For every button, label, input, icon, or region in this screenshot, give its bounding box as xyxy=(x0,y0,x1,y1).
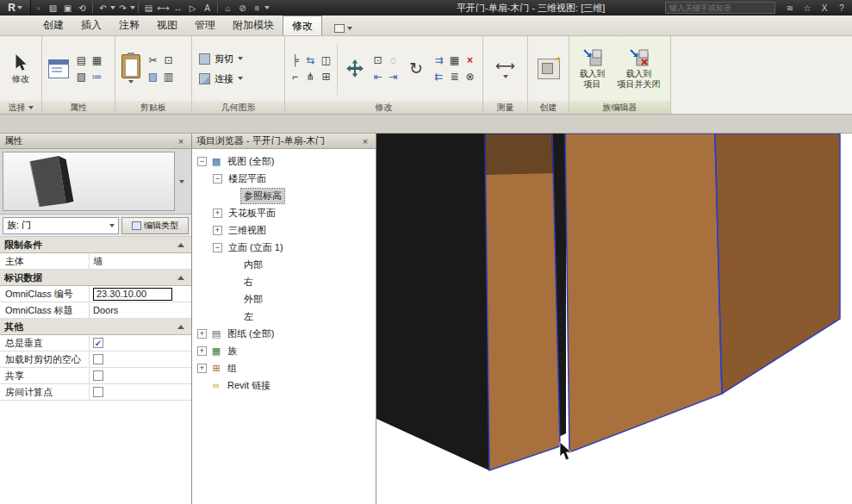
ribbon-minimize-toggle[interactable] xyxy=(334,24,352,33)
shared-checkbox[interactable] xyxy=(93,370,103,381)
close-icon[interactable]: × xyxy=(175,135,187,147)
visibility-settings-icon[interactable]: ≔ xyxy=(90,70,104,84)
default-3d-view-icon[interactable]: ⌂ xyxy=(221,1,235,15)
expander-icon[interactable]: + xyxy=(197,329,207,339)
cut-geometry-button[interactable]: 剪切 xyxy=(199,53,243,65)
exchange-apps-icon[interactable]: X xyxy=(816,1,833,15)
undo-icon[interactable]: ↶ xyxy=(96,1,110,15)
tab-manage[interactable]: 管理 xyxy=(186,16,224,35)
qat-customize-icon[interactable] xyxy=(264,6,270,9)
redo-dropdown-icon[interactable] xyxy=(130,6,135,9)
expander-icon[interactable]: + xyxy=(213,208,222,218)
family-category-icon[interactable]: ▤ xyxy=(74,53,89,68)
omniclass-number-input[interactable]: 23.30.10.00 xyxy=(93,288,172,301)
cut-with-voids-checkbox[interactable] xyxy=(93,354,103,364)
expander-icon[interactable]: + xyxy=(197,346,207,356)
mirror-icon[interactable]: ◫ xyxy=(319,53,333,68)
collapse-chevron-icon[interactable] xyxy=(177,325,184,329)
aligned-dimension-icon[interactable]: ↔ xyxy=(171,1,185,15)
model-canvas[interactable] xyxy=(376,134,852,504)
sync-icon[interactable]: ⟲ xyxy=(75,1,90,15)
redo-icon[interactable]: ↷ xyxy=(115,1,130,15)
rotate-button[interactable]: ↻ xyxy=(402,39,430,99)
trim-extend-icon[interactable]: ⌐ xyxy=(288,70,302,84)
tree-item-revit-links[interactable]: ∞ Revit 链接 xyxy=(192,376,376,394)
section-row[interactable]: 限制条件 xyxy=(0,237,191,253)
section-row[interactable]: 标识数据 xyxy=(0,270,191,286)
paste-button[interactable] xyxy=(118,39,144,99)
family-parameters-icon[interactable]: ▧ xyxy=(74,70,89,84)
favorites-icon[interactable]: ☆ xyxy=(799,1,816,15)
demolish-icon[interactable]: ⊗ xyxy=(463,70,477,84)
split-element-icon[interactable]: ⋔ xyxy=(303,70,318,84)
tree-item-families[interactable]: + ▦ 族 xyxy=(192,342,376,359)
load-into-project-button[interactable]: 载入到 项目 xyxy=(576,39,609,99)
match-type-icon[interactable]: ▨ xyxy=(146,70,160,84)
save-icon[interactable]: ▣ xyxy=(60,1,75,15)
tab-view[interactable]: 视图 xyxy=(148,16,186,35)
tree-item-left[interactable]: 左 xyxy=(192,308,376,325)
project-browser-header[interactable]: 项目浏览器 - 平开门-单扇-木门 × xyxy=(192,134,376,149)
tree-item-ceiling-plans[interactable]: + 天花板平面 xyxy=(192,204,376,221)
print-icon[interactable]: ▤ xyxy=(141,1,156,15)
pin-icon[interactable]: ⇤ xyxy=(370,70,385,84)
room-calculation-point-checkbox[interactable] xyxy=(93,387,103,397)
help-icon[interactable]: ? xyxy=(833,1,850,15)
close-icon[interactable]: × xyxy=(359,135,371,147)
expander-icon[interactable]: − xyxy=(197,157,207,166)
tab-addins[interactable]: 附加模块 xyxy=(224,16,283,35)
property-value[interactable]: Doors xyxy=(90,302,191,318)
measure-button[interactable]: ⟷ xyxy=(493,39,519,99)
application-menu-button[interactable]: R xyxy=(0,0,31,16)
load-into-project-and-close-button[interactable]: 载入到 项目并关闭 xyxy=(614,39,664,99)
tab-annotate[interactable]: 注释 xyxy=(110,16,148,35)
create-group-button[interactable]: * xyxy=(534,39,563,99)
thin-lines-icon[interactable]: ≡ xyxy=(250,1,264,15)
expander-icon[interactable]: + xyxy=(197,364,207,373)
join-geometry-button[interactable]: 连接 xyxy=(199,72,243,85)
property-value[interactable]: 墙 xyxy=(90,253,191,269)
cut-to-clipboard-icon[interactable]: ✂ xyxy=(146,53,160,68)
tree-item-groups[interactable]: + ⊞ 组 xyxy=(192,359,376,376)
tree-item-floor-plans[interactable]: − 楼层平面 xyxy=(192,170,376,187)
properties-header[interactable]: 属性 × xyxy=(0,134,191,149)
collapse-chevron-icon[interactable] xyxy=(177,276,184,280)
filter-icon[interactable]: ≣ xyxy=(447,70,462,84)
copy-icon[interactable]: ⊡ xyxy=(370,53,385,68)
family-type-selector[interactable]: 族: 门 xyxy=(3,217,119,234)
drawing-area-3d-view[interactable] xyxy=(376,134,852,504)
communication-center-icon[interactable]: ≋ xyxy=(781,1,799,15)
tab-create[interactable]: 创建 xyxy=(34,16,72,35)
section-row[interactable]: 其他 xyxy=(0,319,191,335)
move-button[interactable] xyxy=(341,39,369,99)
tab-insert[interactable]: 插入 xyxy=(72,16,110,35)
new-icon[interactable]: ▫ xyxy=(31,1,46,15)
help-search-input[interactable] xyxy=(665,2,775,14)
tree-item-3d-views[interactable]: + 三维视图 xyxy=(192,221,376,239)
delete-icon[interactable]: × xyxy=(463,53,477,68)
tree-item-interior[interactable]: 内部 xyxy=(192,256,376,273)
modify-tool-button[interactable]: 修改 xyxy=(9,39,33,99)
match-properties-icon[interactable]: ▥ xyxy=(161,70,176,84)
tree-item-sheets[interactable]: + ▤ 图纸 (全部) xyxy=(192,325,376,342)
text-icon[interactable]: A xyxy=(200,1,215,15)
expander-icon[interactable]: − xyxy=(213,174,222,184)
tag-icon[interactable]: ▷ xyxy=(185,1,200,15)
door-panel-left-geometry[interactable] xyxy=(485,134,560,470)
unpin-icon[interactable]: ⇥ xyxy=(386,70,401,84)
group-icon[interactable]: ▦ xyxy=(447,53,462,68)
array-linear-icon[interactable]: ⇉ xyxy=(432,53,446,68)
tree-item-right[interactable]: 右 xyxy=(192,273,376,290)
expander-icon[interactable]: + xyxy=(213,226,222,235)
align-icon[interactable]: ╞ xyxy=(288,53,302,68)
edit-type-button[interactable]: 编辑类型 xyxy=(121,217,189,234)
always-vertical-checkbox[interactable]: ✓ xyxy=(93,338,103,348)
scale-icon[interactable]: ◌ xyxy=(386,53,401,68)
tree-item-views[interactable]: − ▩ 视图 (全部) xyxy=(192,152,376,170)
array-icon[interactable]: ⊞ xyxy=(319,70,333,84)
tree-item-reference-level[interactable]: 参照标高 xyxy=(192,187,376,204)
offset-icon[interactable]: ⇆ xyxy=(303,53,318,68)
array-radial-icon[interactable]: ⇇ xyxy=(432,70,446,84)
copy-to-clipboard-icon[interactable]: ⊡ xyxy=(161,53,176,68)
tree-item-elevations[interactable]: − 立面 (立面 1) xyxy=(192,239,376,256)
